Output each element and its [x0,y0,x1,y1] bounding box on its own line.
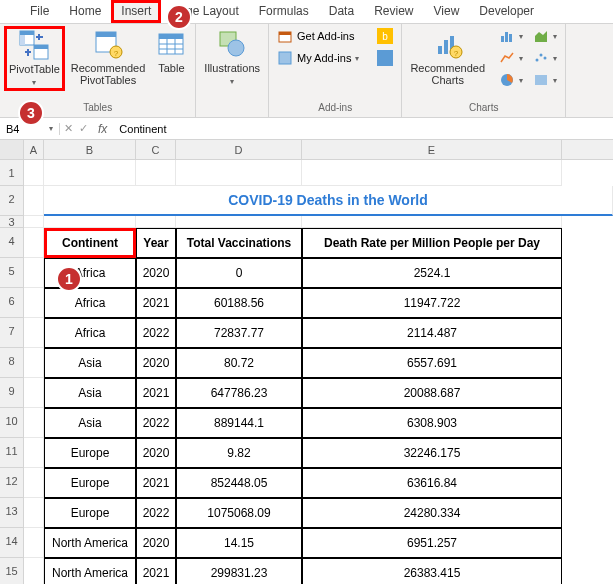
cell-death-rate[interactable]: 6951.257 [302,528,562,558]
illustrations-button[interactable]: Illustrations▾ [200,26,264,89]
svg-rect-24 [444,40,448,54]
table-row: 14 North America 2020 14.15 6951.257 [0,528,613,558]
sheet-title[interactable]: COVID-19 Deaths in the World [44,186,613,216]
cell-continent[interactable]: Europe [44,468,136,498]
tab-developer[interactable]: Developer [469,0,544,23]
tab-formulas[interactable]: Formulas [249,0,319,23]
row-header[interactable]: 13 [0,498,24,528]
cell-continent[interactable]: North America [44,528,136,558]
cell-vaccinations[interactable]: 299831.23 [176,558,302,584]
cell-continent[interactable]: Europe [44,498,136,528]
cell-death-rate[interactable]: 2524.1 [302,258,562,288]
cell-death-rate[interactable]: 11947.722 [302,288,562,318]
col-header-b[interactable]: B [44,140,136,159]
row-header[interactable]: 10 [0,408,24,438]
row-header[interactable]: 8 [0,348,24,378]
row-header[interactable]: 5 [0,258,24,288]
bing-maps-button[interactable]: b [373,26,397,46]
tab-data[interactable]: Data [319,0,364,23]
formula-input[interactable]: Continent [113,123,613,135]
cell-death-rate[interactable]: 20088.687 [302,378,562,408]
cell-year[interactable]: 2020 [136,528,176,558]
header-year[interactable]: Year [136,228,176,258]
row-header[interactable]: 3 [0,216,24,228]
cell-year[interactable]: 2022 [136,408,176,438]
cell-continent[interactable]: Asia [44,348,136,378]
tab-home[interactable]: Home [59,0,111,23]
cell-year[interactable]: 2020 [136,258,176,288]
row-header[interactable]: 6 [0,288,24,318]
row-header[interactable]: 9 [0,378,24,408]
row-header[interactable]: 11 [0,438,24,468]
row-header[interactable]: 7 [0,318,24,348]
chart-pie-button[interactable]: ▾ [495,70,527,90]
row-header[interactable]: 1 [0,160,24,186]
people-graph-button[interactable] [373,48,397,68]
cell-continent[interactable]: Africa [44,318,136,348]
line-chart-icon [499,50,515,66]
fx-icon[interactable]: fx [92,122,113,136]
tab-insert[interactable]: Insert [111,0,161,23]
row-header[interactable]: 12 [0,468,24,498]
tab-view[interactable]: View [424,0,470,23]
header-vaccinations[interactable]: Total Vaccinations [176,228,302,258]
cell-vaccinations[interactable]: 889144.1 [176,408,302,438]
cell-continent[interactable]: Europe [44,438,136,468]
chart-line-button[interactable]: ▾ [495,48,527,68]
cell-death-rate[interactable]: 2114.487 [302,318,562,348]
cell-continent[interactable]: Africa [44,288,136,318]
cell-death-rate[interactable]: 32246.175 [302,438,562,468]
tab-review[interactable]: Review [364,0,423,23]
cell-vaccinations[interactable]: 14.15 [176,528,302,558]
cell-year[interactable]: 2020 [136,348,176,378]
cell-year[interactable]: 2022 [136,318,176,348]
cell-vaccinations[interactable]: 9.82 [176,438,302,468]
tab-file[interactable]: File [20,0,59,23]
cell-vaccinations[interactable]: 0 [176,258,302,288]
cell-continent[interactable]: North America [44,558,136,584]
svg-rect-28 [501,36,504,42]
row-header[interactable]: 14 [0,528,24,558]
cell-vaccinations[interactable]: 852448.05 [176,468,302,498]
cell-continent[interactable]: Asia [44,408,136,438]
cell-death-rate[interactable]: 6557.691 [302,348,562,378]
cell-vaccinations[interactable]: 647786.23 [176,378,302,408]
table-button[interactable]: Table [151,26,191,76]
recommended-charts-button[interactable]: ? Recommended Charts [406,26,489,88]
get-addins-button[interactable]: Get Add-ins [273,26,363,46]
cell-year[interactable]: 2020 [136,438,176,468]
chart-column-button[interactable]: ▾ [495,26,527,46]
col-header-c[interactable]: C [136,140,176,159]
cell-death-rate[interactable]: 6308.903 [302,408,562,438]
cell-year[interactable]: 2021 [136,558,176,584]
cell-year[interactable]: 2022 [136,498,176,528]
cell-vaccinations[interactable]: 72837.77 [176,318,302,348]
col-header-d[interactable]: D [176,140,302,159]
cell-year[interactable]: 2021 [136,378,176,408]
recommended-pivot-button[interactable]: ? Recommended PivotTables [67,26,150,88]
pivot-table-button[interactable]: PivotTable▾ [4,26,65,91]
row-header[interactable]: 4 [0,228,24,258]
cell-year[interactable]: 2021 [136,468,176,498]
chart-hierarchy-button[interactable]: ▾ [529,26,561,46]
header-death-rate[interactable]: Death Rate per Million People per Day [302,228,562,258]
col-header-e[interactable]: E [302,140,562,159]
cell-death-rate[interactable]: 26383.415 [302,558,562,584]
select-all-corner[interactable] [0,140,24,159]
cell-death-rate[interactable]: 63616.84 [302,468,562,498]
cell-death-rate[interactable]: 24280.334 [302,498,562,528]
table-row: 8 Asia 2020 80.72 6557.691 [0,348,613,378]
row-header[interactable]: 2 [0,186,24,216]
my-addins-button[interactable]: My Add-ins ▾ [273,48,363,68]
cell-year[interactable]: 2021 [136,288,176,318]
header-continent[interactable]: Continent [44,228,136,258]
row-header[interactable]: 15 [0,558,24,584]
cell-vaccinations[interactable]: 80.72 [176,348,302,378]
chart-scatter-button[interactable]: ▾ [529,48,561,68]
cell-continent[interactable]: Asia [44,378,136,408]
area-chart-icon [533,28,549,44]
chart-map-button[interactable]: ▾ [529,70,561,90]
col-header-a[interactable]: A [24,140,44,159]
cell-vaccinations[interactable]: 1075068.09 [176,498,302,528]
cell-vaccinations[interactable]: 60188.56 [176,288,302,318]
